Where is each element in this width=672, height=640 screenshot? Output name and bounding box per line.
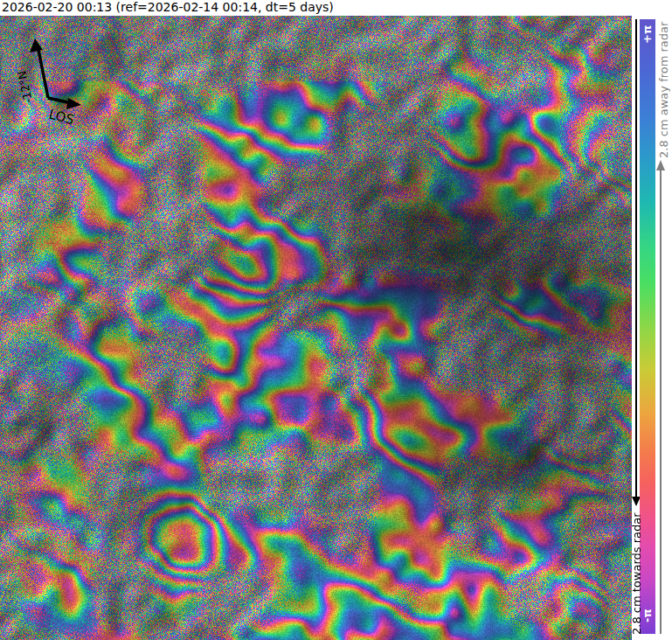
away-from-radar-arrow-shaft	[660, 170, 662, 634]
figure-title: 2026-02-20 00:13 (ref=2026-02-14 00:14, …	[2, 0, 334, 14]
colorbar-plus-pi-label: +π	[639, 21, 656, 47]
interferogram-map	[0, 16, 632, 640]
away-from-radar-label: 2.8 cm away from radar	[657, 17, 672, 163]
towards-radar-arrow-shaft	[635, 19, 637, 497]
towards-radar-label: 2.8 cm towards radar	[630, 507, 645, 640]
insar-interferogram-figure: 2026-02-20 00:13 (ref=2026-02-14 00:14, …	[0, 0, 672, 640]
